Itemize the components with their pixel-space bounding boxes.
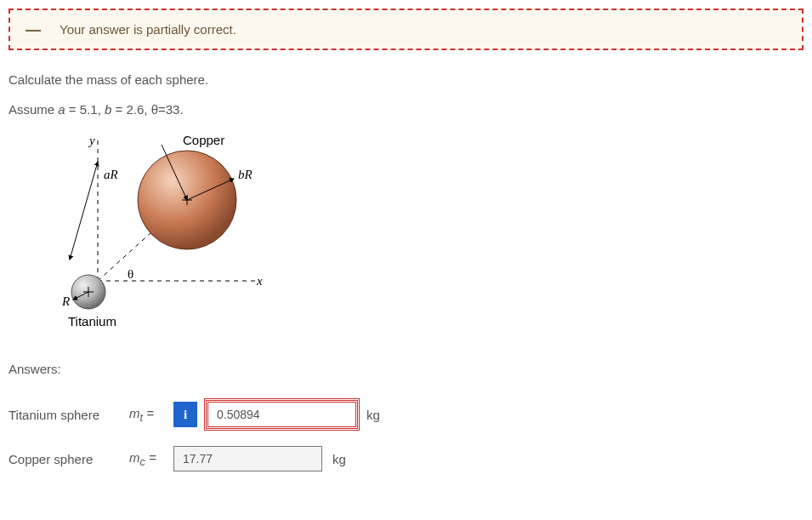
titanium-label: Titanium xyxy=(68,314,116,329)
copper-label: Copper xyxy=(183,133,224,147)
minus-icon: — xyxy=(26,26,41,33)
theta-label: θ xyxy=(128,267,133,281)
answer-row-copper: Copper sphere mc = kg xyxy=(9,446,803,471)
titanium-var: mt = xyxy=(129,406,163,424)
x-axis-label: x xyxy=(256,274,263,288)
feedback-banner: — Your answer is partially correct. xyxy=(9,9,803,50)
aR-label: aR xyxy=(104,168,118,181)
bR-label: bR xyxy=(238,168,253,181)
info-icon[interactable]: i xyxy=(173,402,197,427)
titanium-name: Titanium sphere xyxy=(9,408,119,422)
answers-heading: Answers: xyxy=(9,362,803,376)
answer-row-titanium: Titanium sphere mt = i kg xyxy=(9,402,803,427)
R-label: R xyxy=(61,294,70,308)
problem-instruction: Calculate the mass of each sphere. xyxy=(9,72,803,87)
copper-var: mc = xyxy=(129,450,163,468)
copper-name: Copper sphere xyxy=(9,452,119,466)
copper-answer-input[interactable] xyxy=(173,446,322,471)
copper-unit: kg xyxy=(332,452,346,466)
diagram: y x aR bR Copper θ R Titanium xyxy=(43,132,289,345)
problem-assumptions: Assume a = 5.1, b = 2.6, θ=33. xyxy=(9,102,803,117)
svg-line-3 xyxy=(70,162,98,260)
y-axis-label: y xyxy=(88,134,95,147)
titanium-unit: kg xyxy=(366,408,380,422)
feedback-text: Your answer is partially correct. xyxy=(60,22,236,37)
titanium-answer-input[interactable] xyxy=(207,402,356,427)
